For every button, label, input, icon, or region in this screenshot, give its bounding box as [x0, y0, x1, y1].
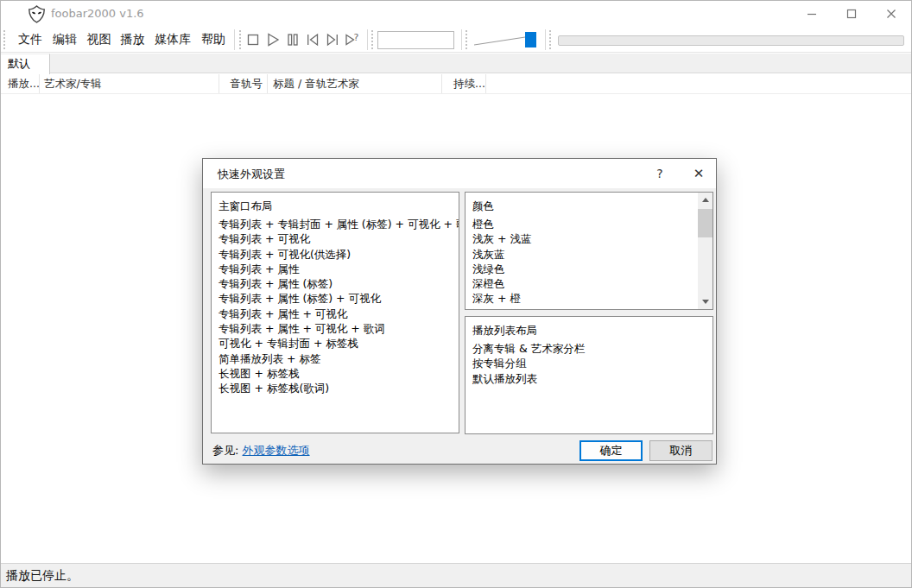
toolbar-separator: [234, 29, 235, 50]
menu-view[interactable]: 视图: [82, 27, 116, 52]
menu-playback[interactable]: 播放: [116, 27, 149, 52]
list-item[interactable]: 专辑列表 + 属性 + 可视化 + 歌词: [218, 321, 459, 336]
list-item[interactable]: 深灰 + 洋红: [472, 307, 698, 310]
cancel-button[interactable]: 取消: [649, 440, 712, 461]
toolbar-gripper[interactable]: [549, 30, 552, 49]
playlist-tab-strip: 默认: [1, 54, 911, 73]
play-button[interactable]: [263, 30, 282, 49]
playlist-column-headers: 播放... 艺术家/专辑 音轨号 标题 / 音轨艺术家 持续...: [1, 74, 911, 94]
column-duration[interactable]: 持续...: [442, 74, 486, 93]
appearance-preferences-link[interactable]: 外观参数选项: [243, 444, 310, 457]
menu-library[interactable]: 媒体库: [149, 27, 196, 52]
close-button[interactable]: [871, 1, 911, 27]
list-item[interactable]: 默认播放列表: [472, 371, 712, 386]
random-play-button[interactable]: ?: [343, 30, 362, 49]
quick-appearance-dialog: 快速外观设置 ? ✕ 主窗口布局 专辑列表 + 专辑封面 + 属性 (标签) +…: [202, 158, 717, 465]
list-item[interactable]: 深橙色: [472, 276, 698, 291]
list-item[interactable]: 橙色: [472, 217, 698, 231]
status-text: 播放已停止。: [6, 568, 79, 582]
toolbar-gripper[interactable]: [3, 30, 6, 49]
status-bar: 播放已停止。: [1, 563, 911, 587]
app-window: foobar2000 v1.6 文件 编辑 视图 播放 媒体库 帮助: [0, 0, 912, 588]
menu-edit[interactable]: 编辑: [48, 27, 82, 52]
list-item[interactable]: 专辑列表 + 专辑封面 + 属性 (标签) + 可视化 + 歌词: [218, 217, 459, 231]
dialog-title-bar[interactable]: 快速外观设置 ? ✕: [203, 159, 716, 188]
list-item[interactable]: 专辑列表 + 属性: [218, 262, 459, 276]
toolbar-gripper[interactable]: [239, 30, 242, 49]
toolbar-separator: [367, 29, 368, 50]
column-playing[interactable]: 播放...: [1, 74, 40, 93]
playlist-tab-default[interactable]: 默认: [1, 54, 50, 74]
svg-text:?: ?: [354, 32, 359, 43]
list-item[interactable]: 长视图 + 标签栈(歌词): [218, 381, 459, 395]
toolbar-gripper[interactable]: [466, 30, 468, 49]
dialog-help-button[interactable]: ?: [646, 159, 674, 188]
search-input[interactable]: [377, 31, 454, 49]
main-layout-header: 主窗口布局: [218, 199, 459, 213]
list-item[interactable]: 专辑列表 + 可视化(供选择): [218, 247, 459, 262]
menu-help[interactable]: 帮助: [196, 27, 231, 52]
maximize-button[interactable]: [832, 1, 871, 27]
menu-file[interactable]: 文件: [13, 27, 48, 52]
next-track-button[interactable]: [323, 30, 342, 49]
toolbar-separator: [545, 29, 546, 50]
column-title-artist[interactable]: 标题 / 音轨艺术家: [268, 74, 442, 93]
list-item[interactable]: 浅绿色: [472, 262, 698, 276]
stop-button[interactable]: [244, 30, 263, 49]
list-item[interactable]: 浅灰蓝: [472, 247, 698, 262]
column-filler: [486, 74, 911, 93]
list-item[interactable]: 浅灰 + 浅蓝: [472, 231, 698, 246]
column-track-number[interactable]: 音轨号: [219, 74, 268, 93]
colors-listbox: 颜色 橙色 浅灰 + 浅蓝 浅灰蓝 浅绿色 深橙色 深灰 + 橙 深灰 + 洋红: [465, 192, 713, 310]
window-controls: [792, 1, 911, 27]
list-item[interactable]: 专辑列表 + 属性 + 可视化: [218, 307, 459, 321]
foobar2000-logo-icon: [28, 5, 46, 23]
ok-button[interactable]: 确定: [580, 440, 643, 461]
dialog-close-button[interactable]: ✕: [681, 159, 716, 188]
see-also: 参见: 外观参数选项: [212, 443, 310, 458]
column-artist-album[interactable]: 艺术家/专辑: [40, 74, 219, 93]
toolbar-gripper[interactable]: [371, 30, 374, 49]
colors-header: 颜色: [472, 199, 698, 213]
list-item[interactable]: 简单播放列表 + 标签: [218, 351, 459, 366]
window-title: foobar2000 v1.6: [51, 7, 144, 20]
list-item[interactable]: 按专辑分组: [472, 356, 712, 370]
see-also-label: 参见:: [212, 444, 238, 457]
scroll-up-icon[interactable]: [698, 193, 712, 207]
colors-scrollbar[interactable]: [698, 193, 712, 309]
list-item[interactable]: 可视化 + 专辑封面 + 标签栈: [218, 336, 459, 351]
list-item[interactable]: 专辑列表 + 可视化: [218, 231, 459, 246]
main-layout-listbox: 主窗口布局 专辑列表 + 专辑封面 + 属性 (标签) + 可视化 + 歌词 专…: [211, 192, 459, 433]
minimize-button[interactable]: [792, 1, 832, 27]
toolbar: 文件 编辑 视图 播放 媒体库 帮助 ?: [1, 27, 911, 53]
playlist-layout-listbox: 播放列表布局 分离专辑 & 艺术家分栏 按专辑分组 默认播放列表: [465, 316, 713, 434]
list-item[interactable]: 专辑列表 + 属性 (标签) + 可视化: [218, 291, 459, 306]
list-item[interactable]: 深灰 + 橙: [472, 291, 698, 306]
previous-track-button[interactable]: [303, 30, 322, 49]
seekbar[interactable]: [558, 35, 904, 46]
scroll-down-icon[interactable]: [698, 294, 712, 309]
title-bar: foobar2000 v1.6: [1, 1, 911, 27]
playlist-layout-header: 播放列表布局: [472, 323, 712, 338]
volume-slider[interactable]: [472, 27, 542, 53]
dialog-title: 快速外观设置: [218, 167, 285, 182]
scrollbar-thumb[interactable]: [698, 209, 712, 237]
list-item[interactable]: 分离专辑 & 艺术家分栏: [472, 341, 712, 356]
list-item[interactable]: 专辑列表 + 属性 (标签): [218, 276, 459, 291]
pause-button[interactable]: [283, 30, 302, 49]
toolbar-separator: [461, 29, 462, 50]
list-item[interactable]: 长视图 + 标签栈: [218, 366, 459, 381]
